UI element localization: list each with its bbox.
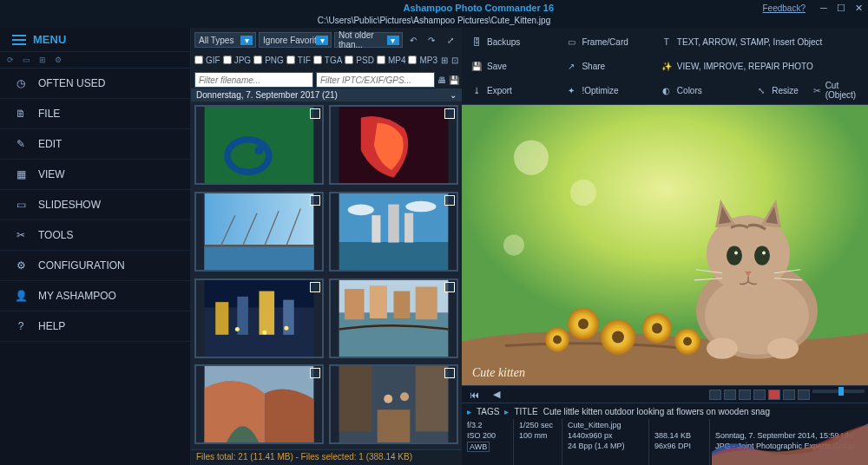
tool-share[interactable]: ↗Share bbox=[562, 54, 656, 78]
sidebar-item-help[interactable]: ? HELP bbox=[0, 311, 190, 342]
fmt-mp4[interactable]: MP4 bbox=[377, 56, 406, 65]
filter-filename-input[interactable] bbox=[194, 72, 313, 88]
thumb-checkbox[interactable] bbox=[310, 108, 320, 119]
save-icon[interactable]: 💾 bbox=[449, 71, 459, 88]
close-button[interactable]: ✕ bbox=[852, 2, 865, 14]
tool-export[interactable]: ⤓Export bbox=[467, 78, 562, 102]
view-mode-1[interactable] bbox=[709, 390, 721, 400]
thumb-checkbox[interactable] bbox=[310, 368, 320, 378]
thumbnail[interactable] bbox=[329, 364, 458, 444]
thumb-checkbox[interactable] bbox=[444, 368, 455, 378]
svg-rect-33 bbox=[345, 289, 365, 319]
thumb-checkbox[interactable] bbox=[444, 195, 455, 206]
fmt-gif[interactable]: GIF bbox=[194, 56, 220, 65]
view-mode-5[interactable] bbox=[768, 390, 780, 400]
sidebar: MENU ⟳ ▭ ⊞ ⚙ ◷ OFTEN USED 🗎 FILE ✎ EDIT … bbox=[0, 28, 191, 465]
thumbnail[interactable] bbox=[194, 364, 324, 444]
thumb-checkbox[interactable] bbox=[444, 108, 455, 119]
thumbnail[interactable] bbox=[329, 192, 458, 272]
sidebar-item-edit[interactable]: ✎ EDIT bbox=[0, 129, 190, 160]
undo-button[interactable]: ↶ bbox=[405, 31, 422, 49]
view-mode-7[interactable] bbox=[798, 390, 810, 400]
fmt-psd[interactable]: PSD bbox=[345, 56, 374, 65]
collapse-icon[interactable]: ⌄ bbox=[450, 90, 457, 100]
filter-meta-input[interactable] bbox=[316, 72, 435, 88]
tool-improve[interactable]: ✨VIEW, IMPROVE, REPAIR PHOTO bbox=[657, 54, 863, 78]
grid-view-icon[interactable]: ⊞ bbox=[440, 51, 448, 69]
metadata-panel: f/3.2 ISO 200 AWB 1/250 sec 100 mm Cute_… bbox=[462, 419, 868, 465]
sidebar-item-often-used[interactable]: ◷ OFTEN USED bbox=[0, 69, 190, 99]
svg-rect-16 bbox=[339, 242, 449, 269]
preview-image[interactable]: Cute kitten bbox=[462, 105, 868, 385]
tool-frame[interactable]: ▭Frame/Card bbox=[562, 29, 656, 54]
thumbnail[interactable] bbox=[194, 105, 324, 185]
sidebar-item-slideshow[interactable]: ▭ SLIDESHOW bbox=[0, 190, 190, 220]
tags-expand-icon[interactable]: ▸ bbox=[467, 407, 471, 416]
redo-button[interactable]: ↷ bbox=[424, 31, 440, 49]
title-expand-icon[interactable]: ▸ bbox=[504, 407, 509, 416]
export-icon: ⤓ bbox=[470, 84, 483, 96]
tags-bar: ▸ TAGS ▸ TITLE Cute little kitten outdoo… bbox=[462, 403, 868, 419]
app-title: Ashampoo Photo Commander 16 bbox=[200, 3, 758, 13]
tool-colors[interactable]: ◐Colors bbox=[657, 78, 752, 102]
optimize-icon: ✦ bbox=[565, 84, 577, 96]
fmt-jpg[interactable]: JPG bbox=[223, 56, 251, 65]
sidebar-item-configuration[interactable]: ⚙ CONFIGURATION bbox=[0, 251, 190, 281]
sidebar-item-my-ashampoo[interactable]: 👤 MY ASHAMPOO bbox=[0, 281, 190, 311]
view-mode-6[interactable] bbox=[783, 390, 795, 400]
view-mode-4[interactable] bbox=[753, 390, 766, 400]
info-nav-first[interactable]: ⏮ bbox=[465, 386, 483, 403]
thumb-checkbox[interactable] bbox=[310, 195, 320, 206]
maximize-button[interactable]: ☐ bbox=[835, 2, 847, 14]
thumbnail[interactable] bbox=[194, 278, 324, 358]
meta-mp: 24 Bpp (1.4 MP) bbox=[568, 442, 643, 450]
feedback-link[interactable]: Feedback? bbox=[763, 3, 806, 13]
fmt-tif[interactable]: TIF bbox=[286, 56, 311, 65]
print-icon[interactable]: 🖶 bbox=[437, 71, 446, 88]
quick-item[interactable]: ▭ bbox=[23, 56, 30, 64]
filter-types-dropdown[interactable]: All Types bbox=[194, 32, 256, 48]
quick-access-bar: ⟳ ▭ ⊞ ⚙ bbox=[0, 52, 190, 69]
quick-item[interactable]: ⟳ bbox=[7, 56, 14, 64]
fmt-tga[interactable]: TGA bbox=[313, 56, 343, 65]
zoom-slider[interactable] bbox=[812, 390, 865, 393]
save-icon: 💾 bbox=[470, 60, 483, 72]
thumb-checkbox[interactable] bbox=[310, 282, 320, 292]
svg-point-62 bbox=[754, 246, 770, 265]
thumb-checkbox[interactable] bbox=[444, 282, 455, 292]
filter-date-dropdown[interactable]: Not older than... bbox=[334, 32, 402, 48]
hamburger-icon bbox=[12, 35, 26, 45]
sidebar-item-view[interactable]: ▦ VIEW bbox=[0, 160, 190, 190]
quick-item[interactable]: ⊞ bbox=[39, 56, 46, 64]
sort-icon[interactable]: ⊡ bbox=[450, 51, 458, 69]
sidebar-item-tools[interactable]: ✂ TOOLS bbox=[0, 220, 190, 251]
quick-item[interactable]: ⚙ bbox=[55, 56, 62, 64]
fmt-mp3[interactable]: MP3 bbox=[408, 56, 437, 65]
thumbnail-grid bbox=[191, 102, 462, 449]
minimize-button[interactable]: ─ bbox=[818, 2, 830, 14]
svg-point-30 bbox=[284, 325, 288, 330]
tool-text-arrow-stamp[interactable]: TTEXT, ARROW, STAMP, Insert Object bbox=[657, 29, 863, 54]
tool-cut[interactable]: ✂Cut (Object) bbox=[812, 81, 859, 100]
thumbnail[interactable] bbox=[329, 105, 458, 185]
fmt-png[interactable]: PNG bbox=[253, 56, 284, 65]
date-group-header[interactable]: Donnerstag, 7. September 2017 (21) ⌄ bbox=[191, 88, 462, 102]
expand-button[interactable]: ⤢ bbox=[443, 31, 459, 49]
tool-save[interactable]: 💾Save bbox=[467, 54, 562, 78]
resize-icon: ⤡ bbox=[755, 84, 767, 96]
svg-point-61 bbox=[727, 246, 742, 265]
view-mode-3[interactable] bbox=[739, 390, 751, 400]
thumbnail[interactable] bbox=[194, 192, 324, 272]
svg-point-42 bbox=[384, 395, 392, 403]
thumbnail[interactable] bbox=[329, 278, 458, 358]
sidebar-item-file[interactable]: 🗎 FILE bbox=[0, 99, 190, 129]
svg-point-69 bbox=[707, 337, 738, 358]
svg-rect-34 bbox=[370, 285, 387, 318]
tool-optimize[interactable]: ✦!Optimize bbox=[562, 78, 656, 102]
filter-favorites-dropdown[interactable]: Ignore Favorites bbox=[259, 32, 332, 48]
menu-toggle[interactable]: MENU bbox=[0, 28, 190, 52]
tool-backups[interactable]: 🗄Backups bbox=[467, 29, 562, 54]
tool-resize[interactable]: ⤡Resize bbox=[755, 84, 799, 96]
info-nav-prev[interactable]: ◀ bbox=[488, 386, 505, 403]
view-mode-2[interactable] bbox=[724, 390, 736, 400]
